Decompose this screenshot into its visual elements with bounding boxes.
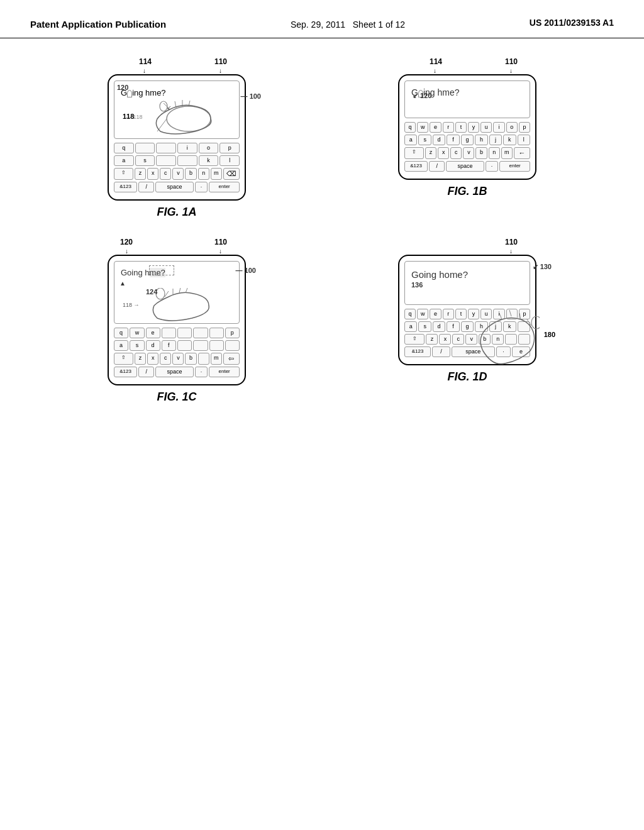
- key-slash-1c: /: [138, 367, 154, 377]
- key-d-1d: d: [433, 321, 445, 332]
- key-space-1c: space: [155, 367, 193, 377]
- keyboard-1c: q w e p a s d f: [114, 328, 240, 377]
- figure-1c-wrapper: Going hme? — 100 ▲ 118 →: [108, 255, 246, 385]
- label-180-1d: 180: [544, 331, 555, 338]
- key-x-1a: x: [147, 168, 158, 180]
- key-blank1-1a: [135, 143, 155, 153]
- key-z-1d: z: [426, 334, 438, 345]
- key-j-1d: j: [489, 321, 502, 332]
- key-b-1b: b: [475, 147, 487, 159]
- label-120-1b: ↙ 120: [413, 92, 431, 100]
- key-k-1b: k: [503, 135, 516, 145]
- svg-text:118 →: 118 →: [123, 302, 140, 308]
- key-slash-1b: /: [429, 161, 445, 172]
- label-120-1c-top: 120: [120, 238, 133, 246]
- figure-1d-wrapper: ↙ 130 Going home? 136 q w e r t y u i: [398, 255, 536, 365]
- key-blank2-1a: [156, 143, 176, 153]
- key-c-1a: c: [160, 168, 171, 180]
- key-123-1c: &123: [114, 367, 137, 377]
- label-130-1d: ↙ 130: [533, 263, 552, 271]
- screen-1c: Going hme? — 100 ▲ 118 →: [114, 261, 240, 324]
- key-d-1c: d: [146, 340, 160, 351]
- key-enter-1a: enter: [209, 182, 240, 192]
- figures-grid: 114 110 ↓ ↓ 120 Ging hme? — 100: [0, 38, 644, 429]
- key-s-1c: s: [130, 340, 144, 351]
- key-m-1a: m: [211, 168, 222, 180]
- key-h-1b: h: [475, 135, 487, 145]
- key-s-1b: s: [418, 135, 431, 145]
- key-f-1c: f: [162, 340, 176, 351]
- key-e-partial-1d: e: [512, 346, 530, 357]
- key-l-1b: l: [518, 135, 530, 145]
- key-p-1c: p: [225, 328, 240, 338]
- key-a-1a: a: [114, 155, 134, 166]
- key-back-1b: ←: [514, 147, 530, 159]
- label-110-1d-top: 110: [505, 238, 518, 246]
- fig-label-1a: FIG. 1A: [157, 206, 196, 219]
- figure-1a-wrapper: 120 Ging hme? — 100 ↙ — 118: [108, 74, 246, 201]
- label-124-1c: 124: [146, 288, 157, 296]
- figure-1b-container: 114 110 ↓ ↓ Ging hme? ↙ 120 q: [328, 57, 606, 219]
- key-p-1a: p: [219, 143, 240, 153]
- key-back-1a: ⌫: [223, 168, 240, 180]
- key-blank4-1d: [518, 334, 530, 345]
- key-blank2-1d: [518, 321, 530, 332]
- key-blank9-1c: [198, 353, 209, 365]
- key-blank8-1c: [225, 340, 240, 351]
- key-w-1c: w: [130, 328, 144, 338]
- key-g-1b: g: [461, 135, 474, 145]
- key-v-1a: v: [172, 168, 184, 180]
- key-b-1d: b: [479, 334, 491, 345]
- key-x-1d: x: [439, 334, 451, 345]
- key-shift-1c: ⇧: [114, 353, 133, 365]
- key-a-1b: a: [404, 135, 417, 145]
- key-h-1d: h: [475, 321, 487, 332]
- phone-1d: ↙ 130 Going home? 136 q w e r t y u i: [398, 255, 536, 365]
- key-q-1b: q: [404, 122, 416, 133]
- key-blank4-1c: [209, 328, 224, 338]
- key-dot-1d: ·: [496, 346, 511, 357]
- fig-label-1d: FIG. 1D: [447, 370, 487, 384]
- key-k-1a: k: [199, 155, 219, 166]
- key-123-1d: &123: [404, 346, 431, 357]
- key-o-1b: o: [506, 122, 518, 133]
- key-n-1a: n: [198, 168, 209, 180]
- svg-point-15: [531, 316, 540, 329]
- key-slash-1a: /: [138, 182, 154, 192]
- key-slash-1d: /: [432, 346, 450, 357]
- key-f-1b: f: [447, 135, 459, 145]
- key-123-1b: &123: [404, 161, 428, 172]
- key-c-1c: c: [160, 353, 171, 365]
- key-v-1d: v: [465, 334, 477, 345]
- page-header: Patent Application Publication Sep. 29, …: [0, 0, 644, 38]
- key-dot-1b: ·: [486, 161, 499, 172]
- key-d-1b: d: [433, 135, 445, 145]
- label-110-1b: 110: [505, 57, 518, 66]
- key-x-1c: x: [147, 353, 158, 365]
- key-x-1b: x: [438, 147, 449, 159]
- key-b-1c: b: [185, 353, 196, 365]
- key-o-1a: o: [199, 143, 219, 153]
- key-g-1d: g: [461, 321, 474, 332]
- fig-label-1c: FIG. 1C: [157, 390, 196, 404]
- key-z-1b: z: [425, 147, 436, 159]
- key-space-1d: space: [452, 346, 495, 357]
- key-n-1d: n: [492, 334, 504, 345]
- key-f-1d: f: [447, 321, 459, 332]
- key-m-1b: m: [501, 147, 513, 159]
- key-t-1b: t: [455, 122, 467, 133]
- key-p-1d: p: [519, 309, 530, 319]
- key-space-1a: space: [155, 182, 193, 192]
- svg-line-11: [165, 291, 169, 297]
- figure-1d-container: 110 ↓ ↙ 130 Going home? 136 q w e: [328, 238, 606, 404]
- key-blank3-1a: [156, 155, 176, 166]
- key-z-1a: z: [135, 168, 146, 180]
- key-t-1d: t: [455, 309, 467, 319]
- key-blank2-1c: [177, 328, 192, 338]
- key-space-1b: space: [446, 161, 484, 172]
- patent-number: US 2011/0239153 A1: [530, 18, 614, 28]
- key-w-1b: w: [417, 122, 428, 133]
- key-blank6-1c: [193, 340, 208, 351]
- hand-svg-1a: ↙ — 118: [119, 100, 239, 135]
- key-dot-1a: ·: [195, 182, 208, 192]
